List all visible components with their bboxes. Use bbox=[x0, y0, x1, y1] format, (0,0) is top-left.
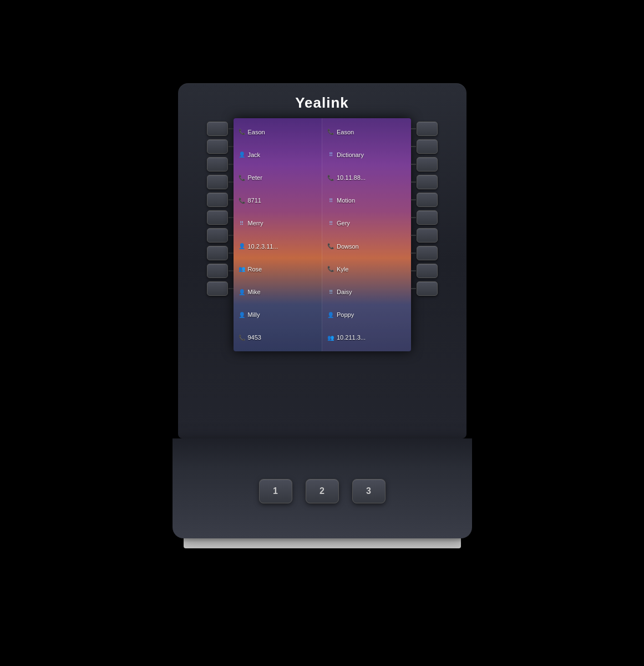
page-button-3[interactable]: 3 bbox=[352, 479, 386, 503]
screen-item-right-1[interactable]: 📞 Eason bbox=[323, 120, 410, 143]
left-btn-10[interactable] bbox=[207, 281, 228, 296]
right-button-column bbox=[411, 118, 438, 296]
contact-name: Eason bbox=[337, 129, 354, 135]
right-btn-1[interactable] bbox=[417, 122, 438, 136]
person-icon: 👤 bbox=[327, 312, 334, 318]
contact-name: Jack bbox=[248, 152, 261, 158]
left-btn-8[interactable] bbox=[207, 246, 228, 260]
page-button-1[interactable]: 1 bbox=[259, 479, 292, 503]
grid-icon: ⠿ bbox=[327, 220, 334, 226]
device-stand: 1 2 3 bbox=[173, 438, 472, 548]
person-transfer-icon: 👤 bbox=[238, 312, 246, 318]
screen-row: 📞 Eason 👤 Jack 📞 Peter bbox=[178, 118, 466, 351]
right-btn-5[interactable] bbox=[417, 193, 438, 207]
phone-missed-icon: 📞 bbox=[238, 175, 246, 181]
screen-item-left-10[interactable]: 📞 9453 bbox=[235, 326, 321, 349]
stand-bottom-strip bbox=[184, 538, 461, 548]
contact-name: Mike bbox=[248, 289, 261, 295]
left-btn-7[interactable] bbox=[207, 228, 228, 243]
right-btn-2[interactable] bbox=[417, 139, 438, 154]
left-btn-3[interactable] bbox=[207, 157, 228, 171]
screen-item-right-2[interactable]: ⠿ Dictionary bbox=[323, 143, 410, 166]
screen-item-right-10[interactable]: 👥 10.211.3... bbox=[323, 326, 410, 349]
left-button-column bbox=[207, 118, 234, 296]
left-btn-5[interactable] bbox=[207, 193, 228, 207]
right-btn-3[interactable] bbox=[417, 157, 438, 171]
contact-name: Daisy bbox=[337, 289, 352, 295]
person-icon: 👤 bbox=[238, 243, 246, 249]
screen-item-left-5[interactable]: ⠿ Merry bbox=[235, 212, 321, 235]
left-btn-2[interactable] bbox=[207, 139, 228, 154]
main-screen: 📞 Eason 👤 Jack 📞 Peter bbox=[234, 118, 411, 351]
right-btn-10[interactable] bbox=[417, 281, 438, 296]
contact-name: Rose bbox=[248, 266, 262, 273]
screen-item-left-8[interactable]: 👤 Mike bbox=[235, 280, 321, 303]
contact-name: Poppy bbox=[337, 311, 354, 318]
contact-name: Merry bbox=[248, 220, 263, 226]
persons-icon: 👥 bbox=[327, 335, 334, 341]
contact-name: Peter bbox=[248, 174, 262, 181]
page-buttons: 1 2 3 bbox=[259, 479, 386, 503]
brand-logo: Yealink bbox=[295, 94, 349, 111]
screen-item-right-6[interactable]: 📞 Dowson bbox=[323, 235, 410, 258]
left-btn-6[interactable] bbox=[207, 210, 228, 225]
device-shadow bbox=[189, 551, 455, 567]
phone-icon: 📞 bbox=[327, 175, 334, 181]
stand-top: 1 2 3 bbox=[173, 438, 472, 538]
contact-name: Eason bbox=[248, 129, 265, 135]
screen-item-left-2[interactable]: 👤 Jack bbox=[235, 143, 321, 166]
left-btn-1[interactable] bbox=[207, 122, 228, 136]
screen-content: 📞 Eason 👤 Jack 📞 Peter bbox=[234, 118, 411, 351]
contact-name: 8711 bbox=[248, 197, 261, 204]
left-btn-4[interactable] bbox=[207, 175, 228, 189]
device-body: Yealink bbox=[178, 83, 466, 438]
contact-name: Dictionary bbox=[337, 152, 364, 158]
right-btn-6[interactable] bbox=[417, 210, 438, 225]
right-btn-4[interactable] bbox=[417, 175, 438, 189]
screen-right-column: 📞 Eason ⠿ Dictionary 📞 10.11.88... bbox=[322, 118, 411, 351]
persons-icon: 👥 bbox=[238, 266, 246, 272]
phone-icon: 📞 bbox=[327, 266, 334, 272]
phone-icon: 📞 bbox=[327, 129, 334, 135]
contact-name: Motion bbox=[337, 197, 355, 204]
person-missed-icon: 👤 bbox=[238, 152, 246, 158]
logo-area: Yealink bbox=[295, 94, 349, 112]
screen-item-left-6[interactable]: 👤 10.2.3.11... bbox=[235, 235, 321, 258]
screen-left-column: 📞 Eason 👤 Jack 📞 Peter bbox=[234, 118, 323, 351]
contact-name: 10.211.3... bbox=[337, 334, 366, 341]
screen-item-left-4[interactable]: 📞 8711 bbox=[235, 189, 321, 212]
person-missed-icon: 👤 bbox=[238, 289, 246, 295]
contact-name: Gery bbox=[337, 220, 350, 226]
grid-icon: ⠿ bbox=[327, 198, 334, 204]
screen-item-right-4[interactable]: ⠿ Motion bbox=[323, 189, 410, 212]
grid-icon: ⠿ bbox=[238, 220, 246, 226]
screen-item-right-3[interactable]: 📞 10.11.88... bbox=[323, 166, 410, 189]
screen-item-right-9[interactable]: 👤 Poppy bbox=[323, 304, 410, 326]
device: Yealink bbox=[167, 83, 478, 583]
contact-name: 9453 bbox=[248, 334, 261, 341]
screen-item-right-5[interactable]: ⠿ Gery bbox=[323, 212, 410, 235]
screen-item-right-8[interactable]: ⠿ Daisy bbox=[323, 280, 410, 303]
page-button-2[interactable]: 2 bbox=[306, 479, 339, 503]
right-btn-7[interactable] bbox=[417, 228, 438, 243]
phone-icon: 📞 bbox=[238, 198, 246, 204]
screen-item-right-7[interactable]: 📞 Kyle bbox=[323, 258, 410, 280]
right-btn-8[interactable] bbox=[417, 246, 438, 260]
phone-icon: 📞 bbox=[238, 129, 246, 135]
contact-name: Kyle bbox=[337, 266, 348, 273]
contact-name: Milly bbox=[248, 311, 260, 318]
contact-name: 10.11.88... bbox=[337, 174, 366, 181]
right-btn-9[interactable] bbox=[417, 264, 438, 278]
left-btn-9[interactable] bbox=[207, 264, 228, 278]
phone-icon: 📞 bbox=[238, 335, 246, 341]
contact-name: Dowson bbox=[337, 243, 359, 250]
screen-item-left-9[interactable]: 👤 Milly bbox=[235, 304, 321, 326]
screen-item-left-1[interactable]: 📞 Eason bbox=[235, 120, 321, 143]
grid-icon: ⠿ bbox=[327, 289, 334, 295]
phone-transfer-icon: 📞 bbox=[327, 243, 334, 249]
contact-name: 10.2.3.11... bbox=[248, 243, 278, 250]
screen-item-left-7[interactable]: 👥 Rose bbox=[235, 258, 321, 280]
grid-icon: ⠿ bbox=[327, 152, 334, 158]
screen-item-left-3[interactable]: 📞 Peter bbox=[235, 166, 321, 189]
